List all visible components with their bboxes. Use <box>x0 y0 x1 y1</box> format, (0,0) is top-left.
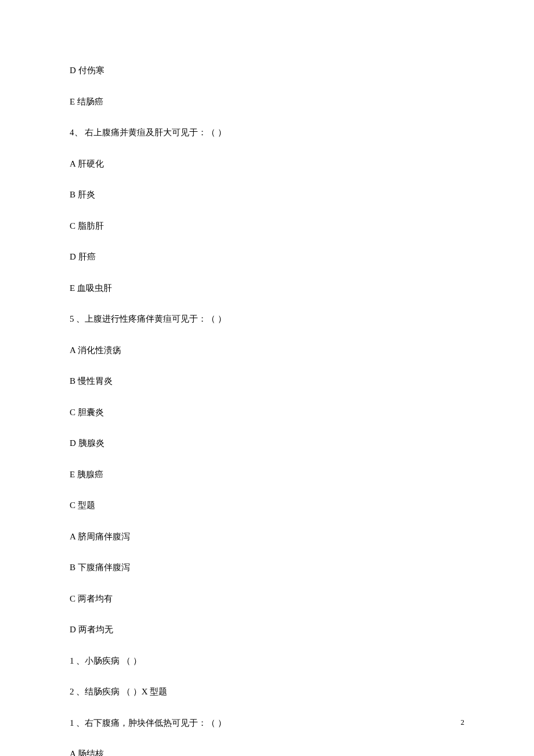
text-line: E 结肠癌 <box>70 95 464 109</box>
text-line: A 肠结核 <box>70 747 464 756</box>
text-line: 2 、结肠疾病 （ ）X 型题 <box>70 685 464 699</box>
text-line: B 慢性胃炎 <box>70 375 464 388</box>
text-line: D 胰腺炎 <box>70 437 464 450</box>
text-line: 1 、右下腹痛，肿块伴低热可见于：（ ） <box>70 717 464 730</box>
text-line: B 下腹痛伴腹泻 <box>70 561 464 574</box>
text-line: 4、 右上腹痛并黄疸及肝大可见于：（ ） <box>70 126 464 139</box>
text-line: C 胆囊炎 <box>70 406 464 419</box>
text-line: E 胰腺癌 <box>70 468 464 481</box>
text-line: D 肝癌 <box>70 250 464 264</box>
text-line: A 消化性溃疡 <box>70 344 464 357</box>
text-line: C 型题 <box>70 499 464 512</box>
text-line: C 脂肪肝 <box>70 219 464 233</box>
text-line: B 肝炎 <box>70 188 464 201</box>
text-line: E 血吸虫肝 <box>70 282 464 295</box>
text-line: 1 、小肠疾病 （ ） <box>70 654 464 668</box>
document-content: D 付伤寒 E 结肠癌 4、 右上腹痛并黄疸及肝大可见于：（ ） A 肝硬化 B… <box>0 0 534 756</box>
text-line: A 脐周痛伴腹泻 <box>70 530 464 543</box>
text-line: A 肝硬化 <box>70 157 464 171</box>
page-number: 2 <box>461 718 465 727</box>
text-line: C 两者均有 <box>70 592 464 606</box>
text-line: D 两者均无 <box>70 623 464 636</box>
text-line: 5 、上腹进行性疼痛伴黄疸可见于：（ ） <box>70 312 464 326</box>
text-line: D 付伤寒 <box>70 64 464 77</box>
